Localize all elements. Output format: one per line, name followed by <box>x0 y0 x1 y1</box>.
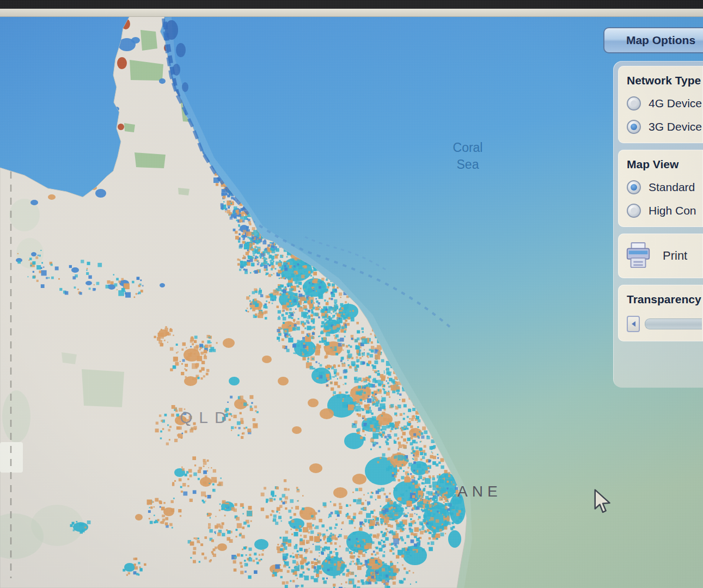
radio-option-3g-device[interactable]: 3G Device <box>627 120 702 134</box>
application-window: Coral Sea QLD ANE Map Options Network Ty… <box>0 0 703 588</box>
screen-bezel <box>0 0 703 9</box>
print-label: Print <box>663 249 687 263</box>
map-view-title: Map View <box>627 158 702 171</box>
radio-button-standard[interactable] <box>627 180 641 194</box>
map-options-label: Map Options <box>612 34 695 47</box>
printer-icon <box>625 241 652 271</box>
radio-label-4g: 4G Device <box>649 97 702 110</box>
slider-left-arrow-button[interactable] <box>627 316 640 332</box>
radio-option-standard[interactable]: Standard <box>627 180 702 194</box>
map-view-section: Map View Standard High Con <box>618 150 703 227</box>
map-canvas[interactable] <box>0 16 703 588</box>
radio-option-4g-device[interactable]: 4G Device <box>627 96 702 111</box>
transparency-section: Transparency <box>618 285 703 341</box>
map-options-panel: Network Type 4G Device 3G Device Map Vie… <box>613 61 703 388</box>
network-type-section: Network Type 4G Device 3G Device <box>618 66 703 143</box>
radio-button-high-contrast[interactable] <box>627 204 641 218</box>
radio-button-3g[interactable] <box>627 120 641 134</box>
window-top-strip <box>0 9 703 17</box>
radio-label-standard: Standard <box>649 181 695 194</box>
transparency-title: Transparency <box>627 293 702 306</box>
slider-track[interactable] <box>645 318 702 329</box>
radio-option-high-contrast[interactable]: High Con <box>627 204 702 218</box>
transparency-slider[interactable] <box>627 316 702 332</box>
left-arrow-icon <box>632 321 635 327</box>
radio-label-high-contrast: High Con <box>649 204 696 217</box>
print-button[interactable]: Print <box>618 234 703 278</box>
radio-label-3g: 3G Device <box>649 120 702 133</box>
network-type-title: Network Type <box>627 74 702 87</box>
map-options-button[interactable]: Map Options <box>603 27 703 53</box>
radio-button-4g[interactable] <box>627 96 641 111</box>
